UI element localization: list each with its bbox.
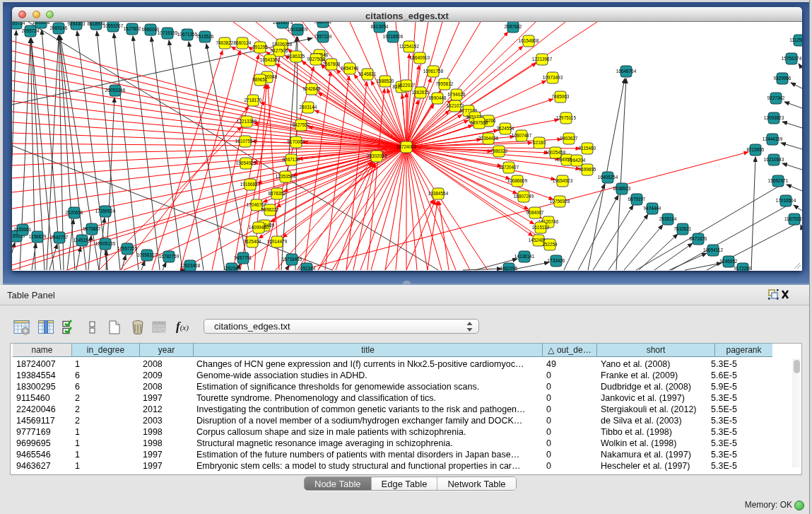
svg-text:14136141: 14136141: [514, 254, 535, 259]
svg-text:9327503: 9327503: [271, 48, 288, 53]
svg-text:62160: 62160: [533, 140, 546, 145]
svg-text:12923468: 12923468: [180, 263, 201, 268]
svg-text:19166827: 19166827: [240, 182, 261, 187]
svg-text:9975887: 9975887: [83, 226, 101, 231]
svg-text:12213369: 12213369: [237, 119, 257, 124]
svg-text:19654925: 19654925: [236, 160, 257, 165]
svg-text:2055724: 2055724: [12, 22, 25, 25]
svg-text:9245052: 9245052: [720, 259, 738, 264]
svg-text:1822037: 1822037: [398, 83, 416, 88]
svg-text:16961758: 16961758: [423, 69, 444, 74]
svg-text:10653267: 10653267: [103, 23, 124, 28]
svg-text:891295: 891295: [252, 45, 268, 49]
svg-text:2087682: 2087682: [505, 24, 522, 29]
svg-text:16107554: 16107554: [235, 139, 256, 144]
svg-text:6497568: 6497568: [471, 120, 488, 125]
svg-text:20364436: 20364436: [478, 136, 499, 141]
svg-text:252254: 252254: [542, 242, 558, 247]
svg-text:16648764: 16648764: [616, 69, 637, 74]
svg-text:10688609: 10688609: [507, 178, 528, 183]
svg-text:9457791: 9457791: [235, 255, 252, 260]
svg-text:12444159: 12444159: [763, 136, 783, 141]
svg-text:2718170: 2718170: [245, 98, 262, 103]
svg-text:10756928: 10756928: [550, 199, 570, 204]
svg-text:1903378: 1903378: [33, 22, 50, 25]
svg-text:2935114: 2935114: [659, 216, 677, 221]
svg-text:9327508: 9327508: [307, 57, 325, 62]
svg-text:14099480: 14099480: [249, 225, 269, 230]
svg-text:10973493: 10973493: [543, 75, 563, 80]
svg-text:9172260: 9172260: [734, 266, 752, 271]
svg-text:2055724: 2055724: [22, 28, 40, 33]
svg-text:15692971: 15692971: [768, 178, 789, 183]
svg-text:7625402: 7625402: [244, 239, 261, 244]
svg-text:2159061: 2159061: [14, 227, 32, 232]
svg-text:8878352: 8878352: [269, 191, 286, 196]
svg-text:16409254: 16409254: [598, 175, 618, 180]
svg-text:10807487: 10807487: [512, 133, 532, 138]
svg-text:19218506: 19218506: [383, 34, 404, 39]
svg-text:12353594: 12353594: [276, 174, 296, 179]
svg-text:1092344: 1092344: [298, 266, 316, 271]
svg-text:989651: 989651: [252, 77, 268, 82]
svg-text:7515526: 7515526: [196, 34, 214, 39]
svg-text:10654112: 10654112: [703, 247, 723, 252]
svg-text:9146821: 9146821: [359, 71, 377, 76]
svg-text:19654923: 19654923: [553, 178, 573, 183]
svg-text:8454749: 8454749: [341, 66, 359, 71]
svg-text:7485063: 7485063: [552, 94, 570, 99]
svg-text:1615112: 1615112: [532, 225, 550, 230]
svg-text:9227342: 9227342: [767, 95, 785, 100]
svg-text:11254192: 11254192: [399, 44, 419, 49]
svg-text:2803144: 2803144: [300, 105, 317, 110]
svg-text:8990448: 8990448: [429, 95, 447, 100]
svg-text:10671355: 10671355: [177, 32, 198, 37]
svg-text:9242848: 9242848: [303, 86, 321, 91]
svg-text:2069146: 2069146: [50, 25, 68, 30]
svg-text:1145194: 1145194: [73, 238, 91, 243]
svg-text:7632621: 7632621: [674, 226, 692, 231]
svg-text:9354303: 9354303: [68, 22, 86, 26]
svg-text:9329966: 9329966: [774, 76, 792, 81]
svg-text:8660124: 8660124: [234, 40, 252, 45]
svg-text:17359924: 17359924: [95, 209, 116, 214]
svg-text:5498222: 5498222: [261, 207, 279, 212]
svg-text:12975115: 12975115: [556, 115, 576, 120]
svg-text:1588520: 1588520: [377, 78, 394, 83]
svg-text:18724007: 18724007: [396, 144, 417, 149]
svg-text:8471676: 8471676: [690, 236, 707, 241]
svg-text:2942757: 2942757: [51, 235, 69, 240]
svg-text:1733426: 1733426: [548, 258, 565, 263]
svg-text:6794028: 6794028: [448, 92, 466, 97]
svg-text:17957255: 17957255: [117, 246, 138, 251]
svg-text:9382041: 9382041: [314, 22, 332, 24]
svg-text:11125846: 11125846: [789, 37, 802, 42]
svg-text:17046766: 17046766: [247, 202, 267, 207]
svg-text:1527602: 1527602: [124, 26, 141, 31]
svg-text:6879197: 6879197: [628, 197, 646, 201]
svg-text:16543362: 16543362: [260, 57, 281, 62]
svg-text:8938923: 8938923: [613, 186, 631, 191]
svg-text:16033809: 16033809: [288, 27, 308, 32]
svg-text:2020656: 2020656: [66, 210, 83, 215]
svg-text:1482095: 1482095: [500, 266, 518, 271]
svg-text:18807249: 18807249: [514, 194, 534, 199]
svg-text:1156829: 1156829: [29, 234, 47, 239]
svg-text:19384554: 19384554: [428, 191, 449, 196]
svg-text:7964204: 7964204: [568, 158, 586, 163]
svg-text:12093823: 12093823: [764, 115, 784, 120]
svg-text:8215955: 8215955: [747, 147, 765, 152]
svg-text:12905135: 12905135: [95, 241, 116, 246]
svg-text:17016504: 17016504: [776, 198, 796, 203]
svg-text:16914479: 16914479: [267, 239, 288, 244]
svg-text:25302033: 25302033: [367, 153, 387, 158]
svg-text:8813054: 8813054: [371, 24, 389, 29]
svg-text:10958107: 10958107: [137, 252, 158, 257]
svg-text:9474444: 9474444: [644, 206, 661, 211]
svg-text:9115460: 9115460: [579, 146, 596, 151]
svg-text:10719155: 10719155: [158, 30, 178, 35]
svg-text:16154808: 16154808: [519, 38, 539, 43]
svg-text:8427552: 8427552: [293, 122, 310, 127]
svg-text:1362615: 1362615: [412, 90, 430, 95]
svg-text:9699695: 9699695: [579, 167, 596, 172]
